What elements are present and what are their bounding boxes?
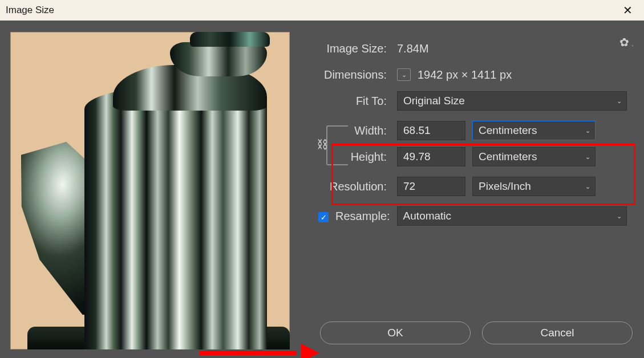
chevron-down-icon: ⌄ — [585, 183, 590, 190]
height-unit-value: Centimeters — [479, 150, 537, 163]
dimensions-label: Dimensions: — [313, 68, 390, 82]
width-height-group: ⛓ Width: Centimeters ⌄ Height: Centimete… — [313, 117, 627, 170]
ok-button[interactable]: OK — [320, 322, 471, 344]
fit-to-dropdown[interactable]: Original Size ⌄ — [397, 91, 627, 111]
settings-panel: ✿ Image Size: 7.84M Dimensions: ⌄ 1942 p… — [290, 32, 634, 350]
dimensions-value: 1942 px × 1411 px — [418, 68, 512, 82]
chevron-down-icon: ⌄ — [585, 153, 590, 161]
width-input[interactable] — [397, 121, 465, 140]
width-unit-value: Centimeters — [479, 124, 537, 137]
height-unit-dropdown[interactable]: Centimeters ⌄ — [472, 147, 596, 166]
close-icon[interactable]: ✕ — [617, 1, 638, 19]
dimensions-unit-toggle[interactable]: ⌄ — [397, 68, 411, 81]
gear-icon[interactable]: ✿ — [619, 35, 634, 49]
image-preview[interactable] — [10, 32, 290, 349]
resample-value: Automatic — [403, 210, 451, 222]
chevron-down-icon: ⌄ — [617, 213, 622, 220]
dialog-buttons: OK Cancel — [320, 322, 633, 344]
cancel-button[interactable]: Cancel — [482, 322, 633, 344]
width-unit-dropdown[interactable]: Centimeters ⌄ — [472, 121, 596, 140]
titlebar: Image Size ✕ — [0, 0, 644, 21]
image-size-label: Image Size: — [313, 42, 390, 55]
resolution-input[interactable] — [397, 177, 465, 196]
resample-dropdown[interactable]: Automatic ⌄ — [397, 206, 627, 226]
resolution-label: Resolution: — [313, 180, 390, 193]
resolution-unit-value: Pixels/Inch — [479, 180, 531, 193]
height-input[interactable] — [397, 147, 465, 166]
image-size-value: 7.84M — [397, 42, 429, 55]
resample-label: Resample: — [335, 210, 390, 223]
dialog-title: Image Size — [6, 5, 54, 16]
constrain-proportions-icon[interactable]: ⛓ — [314, 136, 331, 153]
chevron-down-icon: ⌄ — [585, 127, 590, 135]
resolution-unit-dropdown[interactable]: Pixels/Inch ⌄ — [472, 177, 596, 196]
height-label: Height: — [338, 150, 390, 164]
fit-to-label: Fit To: — [313, 95, 390, 108]
dialog-body: ✿ Image Size: 7.84M Dimensions: ⌄ 1942 p… — [0, 21, 644, 358]
chevron-down-icon: ⌄ — [617, 97, 622, 105]
fit-to-value: Original Size — [403, 95, 465, 107]
resample-checkbox[interactable] — [318, 212, 329, 222]
